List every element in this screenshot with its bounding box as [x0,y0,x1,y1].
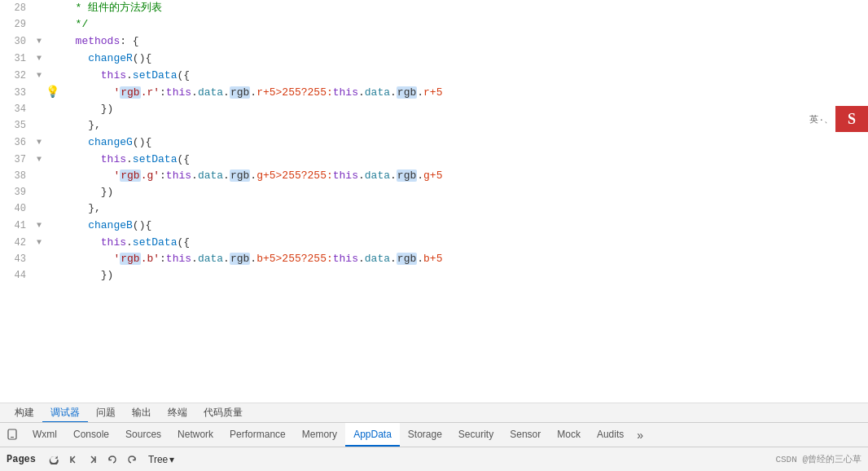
fold-arrow [33,251,46,267]
code-line: }) [59,101,868,117]
line-number: 32 [0,67,33,84]
fold-arrow[interactable]: ▼ [33,234,46,251]
tab-network[interactable]: Network [169,423,221,447]
tab-mock[interactable]: Mock [549,423,589,447]
prev-icon [68,455,78,464]
line-icon [46,67,59,84]
svg-rect-1 [11,437,14,438]
table-row: 31 ▼ changeR(){ [0,50,868,67]
table-row: 40 }, [0,200,868,217]
tree-label: Tree [148,454,168,465]
tab-output[interactable]: 输出 [124,403,160,423]
code-line: }) [59,184,868,200]
fold-arrow[interactable] [33,16,46,33]
code-line: }, [59,117,868,134]
line-number: 28 [0,0,33,16]
tab-wxml[interactable]: Wxml [24,423,65,447]
fold-arrow[interactable]: ▼ [33,67,46,84]
fold-arrow[interactable]: ▼ [33,217,46,234]
tab-storage[interactable]: Storage [400,423,450,447]
table-row: 29 */ [0,16,868,33]
tab-console[interactable]: Console [65,423,117,447]
line-icon: 💡 [46,84,59,101]
refresh-button[interactable] [46,451,62,468]
tab-problems[interactable]: 问题 [88,403,124,423]
pages-toolbar: Pages Tree ▾ CSDN @曾经的三心草 [0,447,868,471]
table-row: 38 'rgb.g':this.data.rgb.g+5>255?255:thi… [0,168,868,184]
tab-terminal[interactable]: 终端 [160,403,195,423]
tab-sensor[interactable]: Sensor [502,423,549,447]
svg-rect-0 [8,429,16,439]
line-icon [46,184,59,200]
line-icon [46,168,59,184]
line-number: 31 [0,50,33,67]
line-number: 30 [0,33,33,50]
phone-icon [7,429,18,440]
pages-label: Pages [7,454,42,465]
tree-dropdown-button[interactable]: Tree ▾ [143,452,179,467]
fold-arrow [33,200,46,217]
undo-button[interactable] [104,451,121,468]
line-icon [46,117,59,134]
line-icon [46,151,59,168]
line-number: 39 [0,184,33,200]
fold-arrow [33,168,46,184]
fold-arrow[interactable]: ▼ [33,50,46,67]
redo-button[interactable] [124,451,140,468]
fold-arrow[interactable]: ▼ [33,134,46,151]
tab-performance[interactable]: Performance [221,423,294,447]
code-line: methods: { [59,33,868,50]
code-line: changeB(){ [59,217,868,234]
tab-debugger[interactable]: 调试器 [42,403,88,423]
table-row: 39 }) [0,184,868,200]
code-line: this.setData({ [59,234,868,251]
line-icon [46,0,59,16]
code-line: 'rgb.r':this.data.rgb.r+5>255?255:this.d… [59,84,868,101]
code-line: 'rgb.b':this.data.rgb.b+5>255?255:this.d… [59,251,868,267]
fold-arrow[interactable]: ▼ [33,151,46,168]
code-line: * 组件的方法列表 [59,0,868,16]
line-number: 44 [0,267,33,284]
table-row: 32 ▼ this.setData({ [0,67,868,84]
line-icon [46,251,59,267]
next-button[interactable] [85,451,101,468]
csdn-suffix: 英·、 [807,108,835,130]
tab-build[interactable]: 构建 [7,403,42,423]
line-number: 43 [0,251,33,267]
tab-security[interactable]: Security [450,423,502,447]
code-editor: 28 * 组件的方法列表 29 */ 30 ▼ methods: { 31 ▼ … [0,0,868,284]
fold-arrow[interactable]: ▼ [33,33,46,50]
code-line: this.setData({ [59,67,868,84]
fold-arrow [33,184,46,200]
code-line: */ [59,16,868,33]
table-row: 28 * 组件的方法列表 [0,0,868,16]
line-icon [46,217,59,234]
tree-arrow-icon: ▾ [169,454,174,465]
line-number: 34 [0,101,33,117]
tab-devtools-icon[interactable] [0,423,24,447]
code-line: }, [59,200,868,217]
tab-code-quality[interactable]: 代码质量 [195,403,251,423]
line-number: 41 [0,217,33,234]
line-number: 35 [0,117,33,134]
bottom-toolbar: 构建 调试器 问题 输出 终端 代码质量 [0,403,868,422]
table-row: 33 💡 'rgb.r':this.data.rgb.r+5>255?255:t… [0,84,868,101]
line-icon [46,200,59,217]
code-line: 'rgb.g':this.data.rgb.g+5>255?255:this.d… [59,168,868,184]
line-icon [46,16,59,33]
line-number: 36 [0,134,33,151]
more-tabs-button[interactable]: » [632,423,648,447]
table-row: 44 }) [0,267,868,284]
prev-button[interactable] [65,451,81,468]
line-number: 38 [0,168,33,184]
tab-appdata[interactable]: AppData [345,423,400,447]
code-line: this.setData({ [59,151,868,168]
code-line: }) [59,267,868,284]
line-number: 37 [0,151,33,168]
fold-arrow[interactable] [33,0,46,16]
refresh-icon [49,455,59,464]
tab-memory[interactable]: Memory [294,423,345,447]
tab-sources[interactable]: Sources [117,423,169,447]
tab-audits[interactable]: Audits [589,423,632,447]
line-icon [46,50,59,67]
